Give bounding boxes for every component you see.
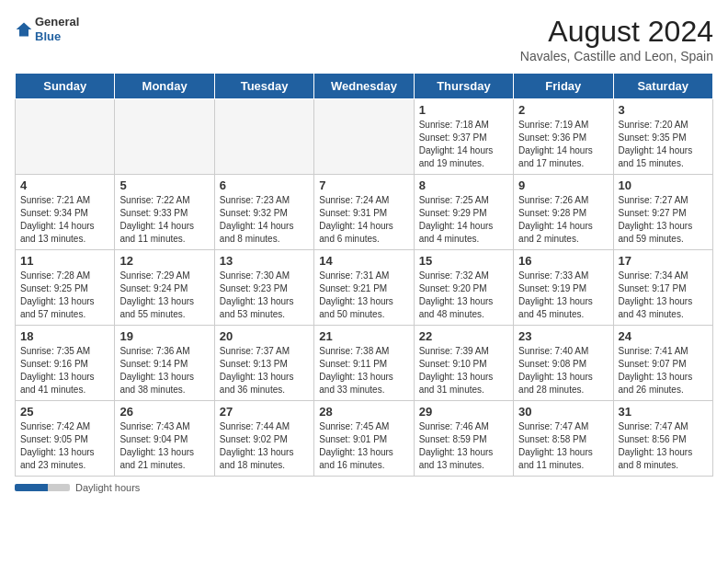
calendar-header-saturday: Saturday (613, 74, 712, 99)
day-number: 30 (518, 405, 608, 419)
day-info: Sunrise: 7:27 AM Sunset: 9:27 PM Dayligh… (619, 194, 708, 246)
day-info: Sunrise: 7:41 AM Sunset: 9:07 PM Dayligh… (619, 345, 708, 396)
day-number: 27 (220, 405, 309, 419)
logo-blue-text: Blue (35, 29, 79, 44)
day-info: Sunrise: 7:47 AM Sunset: 8:56 PM Dayligh… (619, 420, 708, 472)
day-info: Sunrise: 7:22 AM Sunset: 9:33 PM Dayligh… (119, 194, 209, 246)
day-info: Sunrise: 7:45 AM Sunset: 9:01 PM Dayligh… (319, 420, 408, 472)
calendar-table: SundayMondayTuesdayWednesdayThursdayFrid… (15, 73, 713, 477)
day-number: 31 (619, 405, 708, 419)
day-info: Sunrise: 7:20 AM Sunset: 9:35 PM Dayligh… (619, 119, 708, 170)
day-number: 15 (419, 254, 508, 268)
day-number: 14 (319, 254, 408, 268)
calendar-cell: 3Sunrise: 7:20 AM Sunset: 9:35 PM Daylig… (613, 99, 712, 175)
day-number: 16 (518, 254, 608, 268)
day-info: Sunrise: 7:32 AM Sunset: 9:20 PM Dayligh… (419, 270, 508, 321)
calendar-cell: 20Sunrise: 7:37 AM Sunset: 9:13 PM Dayli… (214, 326, 313, 401)
calendar-week-row: 11Sunrise: 7:28 AM Sunset: 9:25 PM Dayli… (16, 250, 713, 326)
calendar-header-wednesday: Wednesday (314, 74, 414, 99)
day-info: Sunrise: 7:40 AM Sunset: 9:08 PM Dayligh… (518, 345, 608, 396)
calendar-cell: 27Sunrise: 7:44 AM Sunset: 9:02 PM Dayli… (214, 401, 313, 477)
calendar-cell: 11Sunrise: 7:28 AM Sunset: 9:25 PM Dayli… (16, 250, 115, 326)
calendar-header-row: SundayMondayTuesdayWednesdayThursdayFrid… (16, 74, 713, 99)
day-number: 9 (518, 178, 608, 192)
svg-marker-0 (17, 22, 32, 36)
daylight-bar (15, 484, 70, 491)
sub-title: Navales, Castille and Leon, Spain (520, 49, 713, 63)
calendar-header-thursday: Thursday (414, 74, 513, 99)
header: General Blue August 2024 Navales, Castil… (15, 15, 713, 63)
day-info: Sunrise: 7:24 AM Sunset: 9:31 PM Dayligh… (319, 194, 408, 246)
day-info: Sunrise: 7:34 AM Sunset: 9:17 PM Dayligh… (619, 270, 708, 321)
calendar-cell: 8Sunrise: 7:25 AM Sunset: 9:29 PM Daylig… (414, 175, 513, 250)
footer: Daylight hours (15, 482, 713, 493)
footer-label: Daylight hours (75, 482, 140, 493)
calendar-cell (214, 99, 313, 175)
day-info: Sunrise: 7:36 AM Sunset: 9:14 PM Dayligh… (119, 345, 209, 396)
day-number: 22 (419, 329, 508, 343)
calendar-cell: 13Sunrise: 7:30 AM Sunset: 9:23 PM Dayli… (214, 250, 313, 326)
day-info: Sunrise: 7:39 AM Sunset: 9:10 PM Dayligh… (419, 345, 508, 396)
calendar-cell: 25Sunrise: 7:42 AM Sunset: 9:05 PM Dayli… (16, 401, 115, 477)
logo-icon (15, 20, 33, 39)
calendar-cell: 4Sunrise: 7:21 AM Sunset: 9:34 PM Daylig… (16, 175, 115, 250)
calendar-cell (16, 99, 115, 175)
day-number: 28 (319, 405, 408, 419)
calendar-header-sunday: Sunday (16, 74, 115, 99)
day-info: Sunrise: 7:28 AM Sunset: 9:25 PM Dayligh… (20, 270, 109, 321)
calendar-cell: 1Sunrise: 7:18 AM Sunset: 9:37 PM Daylig… (414, 99, 513, 175)
day-info: Sunrise: 7:33 AM Sunset: 9:19 PM Dayligh… (518, 270, 608, 321)
calendar-cell: 6Sunrise: 7:23 AM Sunset: 9:32 PM Daylig… (214, 175, 313, 250)
calendar-cell: 22Sunrise: 7:39 AM Sunset: 9:10 PM Dayli… (414, 326, 513, 401)
calendar-week-row: 18Sunrise: 7:35 AM Sunset: 9:16 PM Dayli… (16, 326, 713, 401)
day-info: Sunrise: 7:23 AM Sunset: 9:32 PM Dayligh… (220, 194, 309, 246)
day-number: 3 (619, 103, 708, 117)
calendar-cell: 12Sunrise: 7:29 AM Sunset: 9:24 PM Dayli… (115, 250, 214, 326)
title-block: August 2024 Navales, Castille and Leon, … (520, 15, 713, 63)
calendar-cell: 31Sunrise: 7:47 AM Sunset: 8:56 PM Dayli… (613, 401, 712, 477)
page: General Blue August 2024 Navales, Castil… (0, 0, 728, 502)
calendar-cell: 28Sunrise: 7:45 AM Sunset: 9:01 PM Dayli… (314, 401, 414, 477)
day-number: 24 (619, 329, 708, 343)
calendar-cell: 19Sunrise: 7:36 AM Sunset: 9:14 PM Dayli… (115, 326, 214, 401)
day-info: Sunrise: 7:44 AM Sunset: 9:02 PM Dayligh… (220, 420, 309, 472)
calendar-cell: 29Sunrise: 7:46 AM Sunset: 8:59 PM Dayli… (414, 401, 513, 477)
day-number: 10 (619, 178, 708, 192)
logo-general-text: General (35, 15, 79, 29)
day-info: Sunrise: 7:26 AM Sunset: 9:28 PM Dayligh… (518, 194, 608, 246)
day-info: Sunrise: 7:43 AM Sunset: 9:04 PM Dayligh… (119, 420, 209, 472)
day-info: Sunrise: 7:42 AM Sunset: 9:05 PM Dayligh… (20, 420, 109, 472)
day-number: 21 (319, 329, 408, 343)
day-number: 1 (419, 103, 508, 117)
day-info: Sunrise: 7:19 AM Sunset: 9:36 PM Dayligh… (518, 119, 608, 170)
calendar-week-row: 1Sunrise: 7:18 AM Sunset: 9:37 PM Daylig… (16, 99, 713, 175)
day-number: 13 (220, 254, 309, 268)
calendar-cell: 26Sunrise: 7:43 AM Sunset: 9:04 PM Dayli… (115, 401, 214, 477)
calendar-week-row: 25Sunrise: 7:42 AM Sunset: 9:05 PM Dayli… (16, 401, 713, 477)
day-info: Sunrise: 7:31 AM Sunset: 9:21 PM Dayligh… (319, 270, 408, 321)
day-number: 17 (619, 254, 708, 268)
calendar-cell: 30Sunrise: 7:47 AM Sunset: 8:58 PM Dayli… (514, 401, 613, 477)
calendar-cell: 17Sunrise: 7:34 AM Sunset: 9:17 PM Dayli… (613, 250, 712, 326)
day-info: Sunrise: 7:18 AM Sunset: 9:37 PM Dayligh… (419, 119, 508, 170)
calendar-cell: 23Sunrise: 7:40 AM Sunset: 9:08 PM Dayli… (514, 326, 613, 401)
day-number: 8 (419, 178, 508, 192)
day-number: 23 (518, 329, 608, 343)
calendar-header-friday: Friday (514, 74, 613, 99)
day-info: Sunrise: 7:30 AM Sunset: 9:23 PM Dayligh… (220, 270, 309, 321)
calendar-cell: 5Sunrise: 7:22 AM Sunset: 9:33 PM Daylig… (115, 175, 214, 250)
day-info: Sunrise: 7:47 AM Sunset: 8:58 PM Dayligh… (518, 420, 608, 472)
calendar-cell: 7Sunrise: 7:24 AM Sunset: 9:31 PM Daylig… (314, 175, 414, 250)
calendar-cell (314, 99, 414, 175)
day-info: Sunrise: 7:35 AM Sunset: 9:16 PM Dayligh… (20, 345, 109, 396)
day-number: 7 (319, 178, 408, 192)
day-number: 26 (119, 405, 209, 419)
day-info: Sunrise: 7:29 AM Sunset: 9:24 PM Dayligh… (119, 270, 209, 321)
day-info: Sunrise: 7:46 AM Sunset: 8:59 PM Dayligh… (419, 420, 508, 472)
calendar-cell: 14Sunrise: 7:31 AM Sunset: 9:21 PM Dayli… (314, 250, 414, 326)
calendar-header-monday: Monday (115, 74, 214, 99)
calendar-cell: 24Sunrise: 7:41 AM Sunset: 9:07 PM Dayli… (613, 326, 712, 401)
day-number: 29 (419, 405, 508, 419)
day-number: 18 (20, 329, 109, 343)
calendar-week-row: 4Sunrise: 7:21 AM Sunset: 9:34 PM Daylig… (16, 175, 713, 250)
